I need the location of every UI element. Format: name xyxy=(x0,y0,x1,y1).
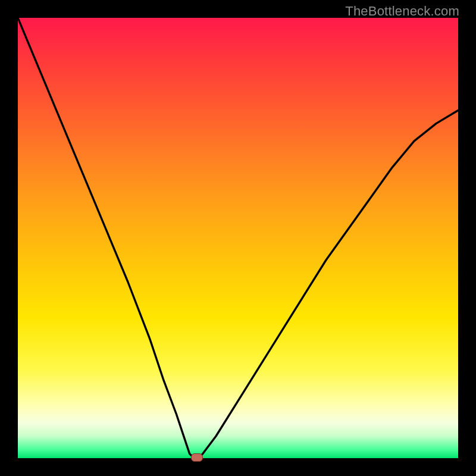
plot-gradient-background xyxy=(18,18,458,458)
watermark-text: TheBottleneck.com xyxy=(345,4,459,19)
chart-frame: TheBottleneck.com xyxy=(0,0,476,476)
min-point-marker xyxy=(191,453,203,462)
